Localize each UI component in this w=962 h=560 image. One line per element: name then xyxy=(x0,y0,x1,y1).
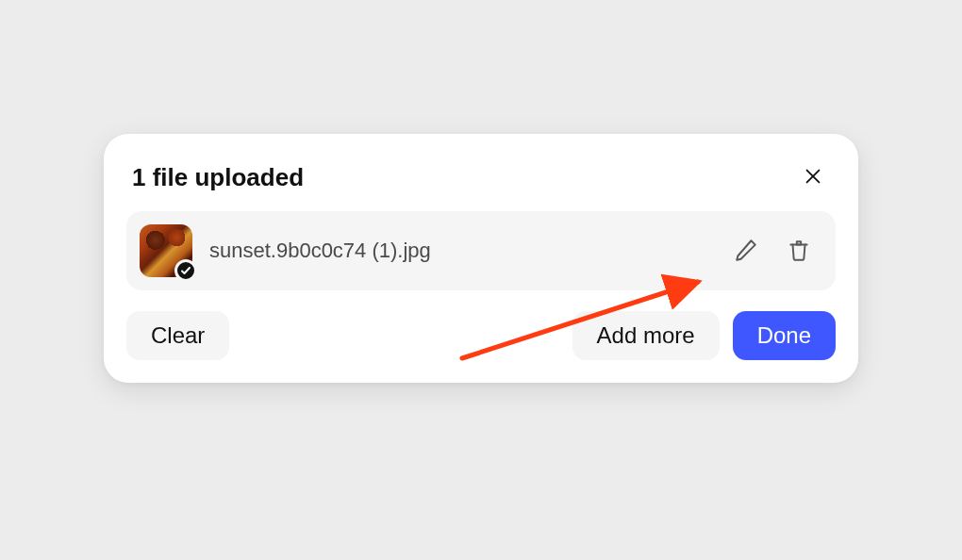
file-thumbnail xyxy=(140,224,192,277)
check-icon xyxy=(180,265,191,276)
dialog-footer: Clear Add more Done xyxy=(126,311,836,360)
close-button[interactable] xyxy=(796,160,830,194)
file-name: sunset.9b0c0c74 (1).jpg xyxy=(209,239,711,263)
done-button[interactable]: Done xyxy=(733,311,836,360)
upload-success-badge xyxy=(174,259,197,282)
close-icon xyxy=(803,166,823,189)
add-more-button[interactable]: Add more xyxy=(572,311,720,360)
file-row: sunset.9b0c0c74 (1).jpg xyxy=(126,211,836,290)
pencil-icon xyxy=(734,238,758,265)
dialog-title: 1 file uploaded xyxy=(132,163,304,192)
dialog-header: 1 file uploaded xyxy=(126,155,836,211)
trash-icon xyxy=(787,238,811,265)
upload-dialog: 1 file uploaded sunset.9b0c0c74 (1).jpg xyxy=(104,134,858,383)
delete-button[interactable] xyxy=(781,233,817,269)
clear-button[interactable]: Clear xyxy=(126,311,229,360)
edit-button[interactable] xyxy=(728,233,764,269)
